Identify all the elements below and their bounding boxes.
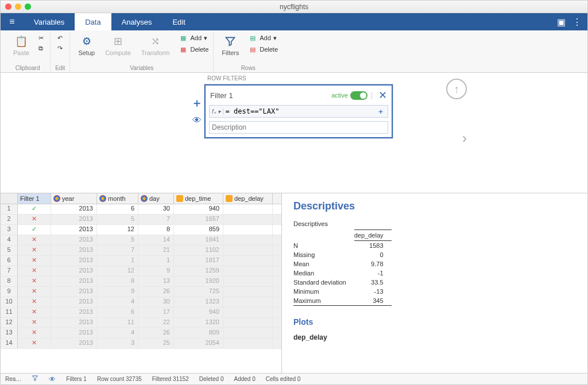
cell-depdelay[interactable] <box>223 308 273 317</box>
delete-row-button[interactable]: ▤Delete <box>248 44 278 55</box>
cell-year[interactable]: 2013 <box>51 204 97 214</box>
cell-year[interactable]: 2013 <box>51 256 97 266</box>
redo-button[interactable]: ↷ <box>56 43 65 53</box>
add-row-button[interactable]: ▤Add ▾ <box>248 33 278 43</box>
cell-day[interactable]: 30 <box>138 204 174 214</box>
fx-label[interactable]: fₓ ▾ <box>210 108 223 115</box>
cell-month[interactable]: 8 <box>97 277 138 286</box>
cell-month[interactable]: 1 <box>97 256 138 266</box>
table-row[interactable]: 14✕20133252054 <box>1 339 281 349</box>
table-row[interactable]: 5✕20137211102 <box>1 246 281 256</box>
cell-deptime[interactable]: 2054 <box>174 339 223 348</box>
undo-button[interactable]: ↶ <box>56 33 65 43</box>
cell-depdelay[interactable] <box>223 318 273 328</box>
table-row[interactable]: 4✕20135141841 <box>1 235 281 246</box>
filters-button[interactable]: Filters <box>218 33 242 57</box>
cell-deptime[interactable]: 1920 <box>174 277 223 286</box>
add-expression-button[interactable]: ＋ <box>374 107 388 116</box>
cell-year[interactable]: 2013 <box>51 328 97 338</box>
cell-month[interactable]: 4 <box>97 297 138 307</box>
remove-filter-button[interactable]: ✕ <box>378 89 387 102</box>
cell-deptime[interactable]: 1259 <box>174 266 223 276</box>
filter-expression-input[interactable] <box>223 106 374 117</box>
cell-deptime[interactable]: 1102 <box>174 246 223 255</box>
collapse-panel-button[interactable]: › <box>462 130 467 146</box>
results-pane[interactable]: Descriptives Descriptives dep_delay N158… <box>282 193 587 373</box>
cell-year[interactable]: 2013 <box>51 235 97 245</box>
col-deptime-header[interactable]: dep_time <box>174 193 223 204</box>
cell-deptime[interactable]: 809 <box>174 328 223 338</box>
cut-button[interactable]: ✂ <box>36 33 45 43</box>
cell-deptime[interactable]: 1657 <box>174 215 223 224</box>
col-depdelay-header[interactable]: dep_delay <box>223 193 273 204</box>
table-row[interactable]: 6✕2013111817 <box>1 256 281 266</box>
copy-button[interactable]: ⧉ <box>36 43 45 53</box>
cell-depdelay[interactable] <box>223 256 273 266</box>
tab-data[interactable]: Data <box>75 13 111 30</box>
cell-day[interactable]: 30 <box>138 297 174 307</box>
cell-deptime[interactable]: 859 <box>174 225 223 235</box>
cell-day[interactable]: 22 <box>138 318 174 328</box>
grid-body[interactable]: 1✓20136309402✕20135716573✓20131288594✕20… <box>1 204 281 373</box>
cell-day[interactable]: 13 <box>138 277 174 286</box>
table-row[interactable]: 1✓2013630940 <box>1 204 281 215</box>
cell-day[interactable]: 26 <box>138 287 174 297</box>
cell-depdelay[interactable] <box>223 204 273 214</box>
cell-day[interactable]: 26 <box>138 328 174 338</box>
cell-depdelay[interactable] <box>223 246 273 255</box>
table-row[interactable]: 3✓2013128859 <box>1 225 281 235</box>
setup-button[interactable]: ⚙ Setup <box>75 33 98 57</box>
cell-month[interactable]: 5 <box>97 215 138 224</box>
table-row[interactable]: 9✕2013926725 <box>1 287 281 297</box>
cell-deptime[interactable]: 1323 <box>174 297 223 307</box>
tab-analyses[interactable]: Analyses <box>111 13 163 30</box>
cell-year[interactable]: 2013 <box>51 246 97 255</box>
cell-deptime[interactable]: 1817 <box>174 256 223 266</box>
cell-depdelay[interactable] <box>223 215 273 224</box>
cell-month[interactable]: 9 <box>97 287 138 297</box>
filter-description-input[interactable] <box>209 121 388 134</box>
cell-year[interactable]: 2013 <box>51 308 97 317</box>
cell-deptime[interactable]: 940 <box>174 308 223 317</box>
cell-month[interactable]: 3 <box>97 339 138 348</box>
table-row[interactable]: 7✕20131291259 <box>1 266 281 277</box>
cell-day[interactable]: 9 <box>138 266 174 276</box>
cell-day[interactable]: 7 <box>138 215 174 224</box>
cell-depdelay[interactable] <box>223 235 273 245</box>
cell-depdelay[interactable] <box>223 266 273 276</box>
cell-deptime[interactable]: 725 <box>174 287 223 297</box>
cell-depdelay[interactable] <box>223 339 273 348</box>
compute-button[interactable]: ⊞ Compute <box>102 33 134 57</box>
add-filter-button[interactable]: ＋ <box>191 95 203 111</box>
cell-depdelay[interactable] <box>223 287 273 297</box>
cell-month[interactable]: 11 <box>97 318 138 328</box>
col-month-header[interactable]: month <box>97 193 138 204</box>
cell-day[interactable]: 8 <box>138 225 174 235</box>
cell-deptime[interactable]: 1320 <box>174 318 223 328</box>
cell-deptime[interactable]: 1841 <box>174 235 223 245</box>
tab-edit[interactable]: Edit <box>162 13 195 30</box>
window-mode-icon[interactable]: ▣ <box>557 17 566 28</box>
cell-month[interactable]: 6 <box>97 308 138 317</box>
cell-year[interactable]: 2013 <box>51 225 97 235</box>
cell-year[interactable]: 2013 <box>51 277 97 286</box>
table-row[interactable]: 12✕201311221320 <box>1 318 281 328</box>
table-row[interactable]: 2✕2013571657 <box>1 215 281 225</box>
cell-year[interactable]: 2013 <box>51 297 97 307</box>
scroll-up-button[interactable]: ↑ <box>446 79 467 99</box>
table-row[interactable]: 8✕20138131920 <box>1 277 281 287</box>
transform-button[interactable]: ⤭ Transform <box>138 33 173 57</box>
col-day-header[interactable]: day <box>138 193 174 204</box>
col-year-header[interactable]: year <box>51 193 97 204</box>
cell-year[interactable]: 2013 <box>51 266 97 276</box>
cell-depdelay[interactable] <box>223 225 273 235</box>
cell-month[interactable]: 6 <box>97 204 138 214</box>
tab-variables[interactable]: Variables <box>24 13 75 30</box>
filter-active-toggle[interactable] <box>350 91 368 100</box>
cell-year[interactable]: 2013 <box>51 287 97 297</box>
kebab-menu-icon[interactable]: ⋮ <box>572 17 582 28</box>
cell-month[interactable]: 12 <box>97 225 138 235</box>
cell-year[interactable]: 2013 <box>51 339 97 348</box>
cell-day[interactable]: 1 <box>138 256 174 266</box>
cell-day[interactable]: 25 <box>138 339 174 348</box>
